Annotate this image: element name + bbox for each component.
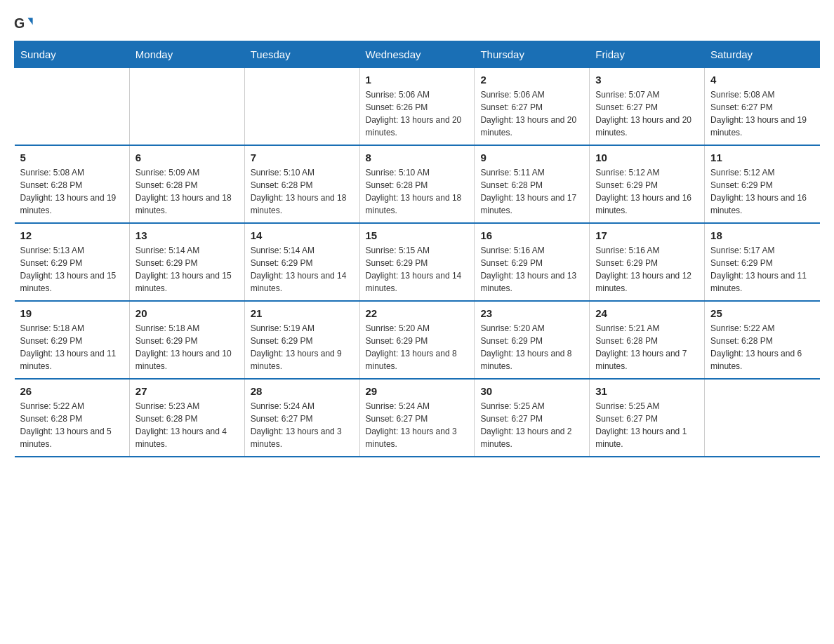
- calendar-cell: 25Sunrise: 5:22 AM Sunset: 6:28 PM Dayli…: [705, 301, 820, 379]
- day-info: Sunrise: 5:25 AM Sunset: 6:27 PM Dayligh…: [595, 400, 699, 450]
- day-number: 16: [480, 229, 583, 241]
- day-number: 13: [135, 229, 239, 241]
- day-number: 29: [366, 385, 469, 397]
- day-number: 4: [710, 74, 814, 86]
- calendar-cell: 1Sunrise: 5:06 AM Sunset: 6:26 PM Daylig…: [359, 68, 475, 146]
- calendar-cell: [129, 68, 244, 146]
- calendar-cell: 5Sunrise: 5:08 AM Sunset: 6:28 PM Daylig…: [15, 145, 130, 223]
- day-number: 21: [251, 307, 354, 319]
- calendar-cell: 6Sunrise: 5:09 AM Sunset: 6:28 PM Daylig…: [129, 145, 244, 223]
- day-number: 20: [135, 307, 239, 319]
- day-info: Sunrise: 5:20 AM Sunset: 6:29 PM Dayligh…: [366, 322, 469, 373]
- calendar-week-row: 26Sunrise: 5:22 AM Sunset: 6:28 PM Dayli…: [15, 379, 820, 457]
- calendar-cell: 4Sunrise: 5:08 AM Sunset: 6:27 PM Daylig…: [705, 68, 820, 146]
- day-info: Sunrise: 5:20 AM Sunset: 6:29 PM Dayligh…: [480, 322, 583, 373]
- day-number: 12: [20, 229, 124, 241]
- calendar-cell: 10Sunrise: 5:12 AM Sunset: 6:29 PM Dayli…: [590, 145, 705, 223]
- day-info: Sunrise: 5:06 AM Sunset: 6:26 PM Dayligh…: [366, 88, 469, 139]
- calendar-cell: 17Sunrise: 5:16 AM Sunset: 6:29 PM Dayli…: [590, 223, 705, 301]
- calendar-cell: 14Sunrise: 5:14 AM Sunset: 6:29 PM Dayli…: [244, 223, 359, 301]
- day-number: 22: [366, 307, 469, 319]
- logo-icon: G: [14, 14, 34, 34]
- svg-marker-1: [28, 18, 33, 25]
- day-info: Sunrise: 5:14 AM Sunset: 6:29 PM Dayligh…: [251, 244, 354, 295]
- day-info: Sunrise: 5:10 AM Sunset: 6:28 PM Dayligh…: [366, 166, 469, 217]
- logo: G: [14, 14, 37, 34]
- day-info: Sunrise: 5:19 AM Sunset: 6:29 PM Dayligh…: [251, 322, 354, 373]
- day-info: Sunrise: 5:15 AM Sunset: 6:29 PM Dayligh…: [366, 244, 469, 295]
- day-number: 31: [595, 385, 699, 397]
- calendar-cell: 16Sunrise: 5:16 AM Sunset: 6:29 PM Dayli…: [475, 223, 590, 301]
- day-number: 24: [595, 307, 699, 319]
- calendar-week-row: 1Sunrise: 5:06 AM Sunset: 6:26 PM Daylig…: [15, 68, 820, 146]
- page-header: G: [14, 14, 820, 34]
- day-number: 6: [135, 152, 239, 163]
- day-number: 9: [480, 152, 583, 163]
- calendar-cell: [244, 68, 359, 146]
- calendar-cell: 13Sunrise: 5:14 AM Sunset: 6:29 PM Dayli…: [129, 223, 244, 301]
- day-info: Sunrise: 5:18 AM Sunset: 6:29 PM Dayligh…: [135, 322, 239, 373]
- calendar-cell: 21Sunrise: 5:19 AM Sunset: 6:29 PM Dayli…: [244, 301, 359, 379]
- day-number: 14: [251, 229, 354, 241]
- day-number: 11: [710, 152, 814, 163]
- calendar-cell: [705, 379, 820, 457]
- day-info: Sunrise: 5:24 AM Sunset: 6:27 PM Dayligh…: [366, 400, 469, 450]
- day-number: 7: [251, 152, 354, 163]
- calendar-cell: 27Sunrise: 5:23 AM Sunset: 6:28 PM Dayli…: [129, 379, 244, 457]
- calendar-cell: 26Sunrise: 5:22 AM Sunset: 6:28 PM Dayli…: [15, 379, 130, 457]
- calendar-cell: 30Sunrise: 5:25 AM Sunset: 6:27 PM Dayli…: [475, 379, 590, 457]
- day-number: 26: [20, 385, 124, 397]
- day-info: Sunrise: 5:11 AM Sunset: 6:28 PM Dayligh…: [480, 166, 583, 217]
- calendar-cell: 11Sunrise: 5:12 AM Sunset: 6:29 PM Dayli…: [705, 145, 820, 223]
- calendar-cell: 29Sunrise: 5:24 AM Sunset: 6:27 PM Dayli…: [359, 379, 475, 457]
- day-number: 18: [710, 229, 814, 241]
- calendar-cell: [15, 68, 130, 146]
- day-number: 3: [595, 74, 699, 86]
- day-info: Sunrise: 5:08 AM Sunset: 6:28 PM Dayligh…: [20, 166, 124, 217]
- calendar-body: 1Sunrise: 5:06 AM Sunset: 6:26 PM Daylig…: [15, 68, 820, 457]
- day-info: Sunrise: 5:18 AM Sunset: 6:29 PM Dayligh…: [20, 322, 124, 373]
- day-info: Sunrise: 5:14 AM Sunset: 6:29 PM Dayligh…: [135, 244, 239, 295]
- day-info: Sunrise: 5:12 AM Sunset: 6:29 PM Dayligh…: [710, 166, 814, 217]
- calendar-cell: 7Sunrise: 5:10 AM Sunset: 6:28 PM Daylig…: [244, 145, 359, 223]
- day-number: 1: [366, 74, 469, 86]
- day-number: 28: [251, 385, 354, 397]
- calendar-cell: 31Sunrise: 5:25 AM Sunset: 6:27 PM Dayli…: [590, 379, 705, 457]
- day-info: Sunrise: 5:12 AM Sunset: 6:29 PM Dayligh…: [595, 166, 699, 217]
- day-number: 27: [135, 385, 239, 397]
- day-info: Sunrise: 5:10 AM Sunset: 6:28 PM Dayligh…: [251, 166, 354, 217]
- svg-text:G: G: [14, 15, 25, 31]
- day-info: Sunrise: 5:21 AM Sunset: 6:28 PM Dayligh…: [595, 322, 699, 373]
- day-info: Sunrise: 5:17 AM Sunset: 6:29 PM Dayligh…: [710, 244, 814, 295]
- day-number: 5: [20, 152, 124, 163]
- day-info: Sunrise: 5:13 AM Sunset: 6:29 PM Dayligh…: [20, 244, 124, 295]
- day-info: Sunrise: 5:08 AM Sunset: 6:27 PM Dayligh…: [710, 88, 814, 139]
- weekday-header-wednesday: Wednesday: [359, 41, 475, 68]
- calendar-cell: 15Sunrise: 5:15 AM Sunset: 6:29 PM Dayli…: [359, 223, 475, 301]
- calendar-cell: 18Sunrise: 5:17 AM Sunset: 6:29 PM Dayli…: [705, 223, 820, 301]
- day-number: 15: [366, 229, 469, 241]
- day-number: 10: [595, 152, 699, 163]
- day-number: 17: [595, 229, 699, 241]
- weekday-header-friday: Friday: [590, 41, 705, 68]
- day-number: 25: [710, 307, 814, 319]
- day-number: 23: [480, 307, 583, 319]
- calendar-table: SundayMondayTuesdayWednesdayThursdayFrid…: [14, 41, 820, 457]
- weekday-header-thursday: Thursday: [475, 41, 590, 68]
- calendar-cell: 22Sunrise: 5:20 AM Sunset: 6:29 PM Dayli…: [359, 301, 475, 379]
- day-info: Sunrise: 5:16 AM Sunset: 6:29 PM Dayligh…: [480, 244, 583, 295]
- day-info: Sunrise: 5:16 AM Sunset: 6:29 PM Dayligh…: [595, 244, 699, 295]
- day-info: Sunrise: 5:22 AM Sunset: 6:28 PM Dayligh…: [710, 322, 814, 373]
- calendar-cell: 12Sunrise: 5:13 AM Sunset: 6:29 PM Dayli…: [15, 223, 130, 301]
- day-number: 8: [366, 152, 469, 163]
- calendar-header: SundayMondayTuesdayWednesdayThursdayFrid…: [15, 41, 820, 68]
- weekday-header-tuesday: Tuesday: [244, 41, 359, 68]
- day-info: Sunrise: 5:09 AM Sunset: 6:28 PM Dayligh…: [135, 166, 239, 217]
- weekday-header-sunday: Sunday: [15, 41, 130, 68]
- day-number: 19: [20, 307, 124, 319]
- day-info: Sunrise: 5:06 AM Sunset: 6:27 PM Dayligh…: [480, 88, 583, 139]
- calendar-week-row: 5Sunrise: 5:08 AM Sunset: 6:28 PM Daylig…: [15, 145, 820, 223]
- day-info: Sunrise: 5:23 AM Sunset: 6:28 PM Dayligh…: [135, 400, 239, 450]
- calendar-cell: 24Sunrise: 5:21 AM Sunset: 6:28 PM Dayli…: [590, 301, 705, 379]
- weekday-header-monday: Monday: [129, 41, 244, 68]
